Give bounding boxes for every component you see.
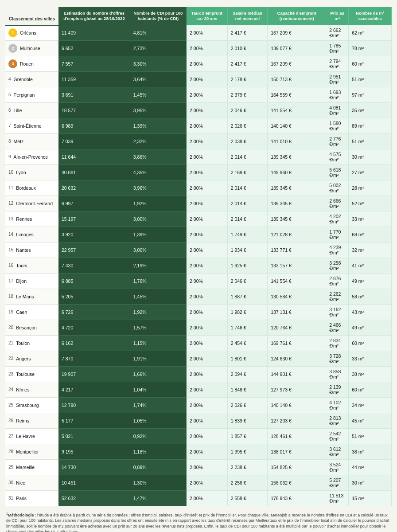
cell-offers: 6 885 (58, 273, 130, 289)
cell-salary: 2 014 € (227, 149, 268, 164)
cell-price: 4 081 €/m² (326, 102, 349, 118)
cell-cdi: 1,74% (130, 397, 186, 413)
cell-salary: 2 417 € (227, 25, 268, 41)
cell-salary: 2 014 € (227, 211, 268, 227)
cell-sqm: 27 m² (349, 164, 392, 180)
table-row: 20Besançon4 7201,57%2,00%1 746 €120 764 … (5, 320, 392, 335)
cell-capacity: 139 077 € (268, 40, 326, 56)
cell-price: 2 542 €/m² (326, 428, 349, 444)
cell-capacity: 144 901 € (268, 366, 326, 382)
city-name: Mulhouse (20, 46, 40, 51)
cell-price: 2 951 €/m² (326, 71, 349, 87)
cell-capacity: 139 345 € (268, 180, 326, 196)
city-name: Nantes (16, 247, 31, 253)
city-name: Marseille (16, 465, 35, 470)
cell-cdi: 1,30% (130, 475, 186, 490)
cell-price: 1 693 €/m² (326, 87, 349, 102)
cell-salary: 2 038 € (227, 133, 268, 149)
cell-rate: 2,00% (187, 459, 228, 475)
cell-cdi: 1,15% (130, 335, 186, 351)
table-row: 18Le Mans5 2051,45%2,00%1 887 €130 584 €… (5, 289, 392, 304)
cell-sqm: 60 m² (349, 56, 392, 71)
cell-rate: 2,00% (187, 71, 228, 87)
cell-salary: 1 749 € (227, 227, 268, 242)
cell-offers: 5 205 (58, 289, 130, 304)
cell-offers: 7 430 (58, 258, 130, 273)
table-row: 12Clermont-Ferrand6 9971,92%2,00%2 014 €… (5, 196, 392, 211)
cell-rate: 2,00% (187, 25, 228, 41)
table-row: 9Aix-en-Provence11 6443,86%2,00%2 014 €1… (5, 149, 392, 164)
cell-cdi: 1,45% (130, 87, 186, 102)
rank-city-cell: 24Nîmes (5, 382, 58, 397)
footnote-text: : l'étude a été établie à partir d'une s… (6, 513, 389, 532)
cell-sqm: 62 m² (349, 25, 392, 41)
cell-offers: 7 039 (58, 133, 130, 149)
footnote: 1Méthodologie : l'étude a été établie à … (5, 512, 392, 532)
rank-badge: 21 (8, 339, 13, 348)
rank-city-cell: 22Angers (5, 351, 58, 366)
cell-salary: 2 238 € (227, 459, 268, 475)
cell-cdi: 3,00% (130, 242, 186, 258)
cell-salary: 2 558 € (227, 490, 268, 506)
header-capacity: Capacité d'emprunt (remboursement) (268, 7, 326, 25)
rank-city-cell: 18Le Mans (5, 289, 58, 304)
table-row: 6Lille18 5773,95%2,00%2 046 €141 554 €4 … (5, 102, 392, 118)
cell-offers: 52 632 (58, 490, 130, 506)
cell-cdi: 1,45% (130, 289, 186, 304)
rank-city-cell: 20Besançon (5, 320, 58, 335)
cell-rate: 2,00% (187, 304, 228, 320)
rank-badge: 24 (8, 385, 13, 394)
cell-rate: 2,00% (187, 258, 228, 273)
city-name: Besançon (16, 325, 37, 330)
cell-offers: 4 720 (58, 320, 130, 335)
table-body: 1Orléans11 4094,81%2,00%2 417 €167 209 €… (5, 25, 392, 506)
rank-city-cell: 23Toulouse (5, 366, 58, 382)
cell-sqm: 51 m² (349, 133, 392, 149)
city-name: Bordeaux (16, 185, 36, 191)
cell-price: 5 618 €/m² (326, 164, 349, 180)
rank-city-cell: 31Paris (5, 490, 58, 506)
cell-offers: 3 920 (58, 227, 130, 242)
cell-offers: 14 730 (58, 459, 130, 475)
rank-badge: 20 (8, 323, 13, 332)
rank-badge: 30 (8, 478, 13, 487)
city-name: Le Mans (16, 294, 34, 299)
cell-price: 3 612 €/m² (326, 444, 349, 459)
cell-sqm: 43 m² (349, 304, 392, 320)
city-name: Dijon (16, 278, 27, 284)
rank-badge: 12 (8, 199, 13, 208)
rank-badge: 27 (8, 432, 13, 441)
cell-cdi: 4,35% (130, 164, 186, 180)
table-row: 23Toulouse19 9071,66%2,00%2 094 €144 901… (5, 366, 392, 382)
cell-rate: 2,00% (187, 413, 228, 428)
cell-salary: 1 746 € (227, 320, 268, 335)
cell-sqm: 38 m² (349, 444, 392, 459)
cell-salary: 1 887 € (227, 289, 268, 304)
cell-capacity: 149 960 € (268, 164, 326, 180)
table-row: 22Angers7 8701,91%2,00%1 801 €124 630 €3… (5, 351, 392, 366)
cell-cdi: 1,66% (130, 366, 186, 382)
cell-capacity: 121 028 € (268, 227, 326, 242)
cell-salary: 2 094 € (227, 366, 268, 382)
cell-sqm: 33 m² (349, 351, 392, 366)
cell-salary: 1 801 € (227, 351, 268, 366)
cell-rate: 2,00% (187, 118, 228, 133)
rank-badge: 9 (8, 153, 11, 161)
table-row: 30Nice10 4511,30%2,00%2 256 €156 062 €5 … (5, 475, 392, 490)
cell-salary: 1 995 € (227, 444, 268, 459)
table-row: 10Lyon40 8614,35%2,00%2 168 €149 960 €5 … (5, 164, 392, 180)
rank-badge: 14 (8, 230, 13, 239)
cell-rate: 2,00% (187, 366, 228, 382)
cell-salary: 2 010 € (227, 40, 268, 56)
rank-badge: 11 (8, 184, 13, 192)
cell-price: 2 466 €/m² (326, 320, 349, 335)
city-name: Montpellier (16, 449, 39, 454)
cell-capacity: 154 825 € (268, 459, 326, 475)
cell-cdi: 1,47% (130, 490, 186, 506)
cell-sqm: 97 m² (349, 87, 392, 102)
cell-capacity: 133 771 € (268, 242, 326, 258)
rank-city-cell: 8Metz (5, 133, 58, 149)
rank-city-cell: 11Bordeaux (5, 180, 58, 196)
cell-capacity: 138 017 € (268, 444, 326, 459)
cell-cdi: 1,76% (130, 273, 186, 289)
